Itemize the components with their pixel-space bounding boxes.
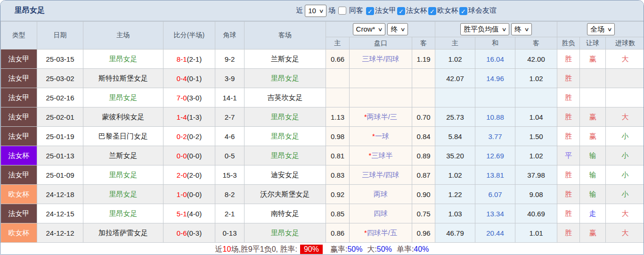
match-history-panel: 里昂女足 近 10 ∨ 场 同客 ✓法女甲✓法女杯✓欧女杯✓球会友谊 类型 日期 [0, 0, 644, 255]
home-team: 里昂女足 [83, 204, 163, 223]
goals-result: 小 [606, 185, 644, 204]
corner-score: 2-1 [215, 204, 245, 223]
avg-home: 25.73 [435, 107, 475, 127]
league-badge: 法女甲 [1, 107, 37, 127]
league-filter-label: 欧女杯 [437, 6, 458, 14]
league-filter-checkbox-3[interactable]: ✓ [459, 7, 467, 15]
table-row: 法女甲25-03-02斯特拉斯堡女足0-4(0-1)3-9里昂女足42.0714… [1, 69, 644, 88]
score: 0-4(0-1) [163, 69, 215, 88]
handicap-result [580, 69, 606, 88]
odds-home [326, 69, 350, 88]
score: 0-0(0-0) [163, 146, 215, 165]
avg-away: 1.04 [515, 107, 557, 127]
avg-draw: 13.34 [475, 204, 515, 223]
league-filter-label: 法女杯 [406, 6, 427, 14]
summary-stat: 大:50% [367, 245, 391, 253]
corner-score: 0-13 [215, 223, 245, 243]
handicap: *四球半/五 [350, 223, 412, 243]
handicap-result: 赢 [580, 107, 606, 127]
summary-count: 10 [223, 245, 231, 254]
result: 胜 [557, 69, 580, 88]
odds-away: 0.89 [412, 146, 435, 165]
match-date: 25-01-09 [37, 165, 83, 185]
home-team: 蒙彼利埃女足 [83, 107, 163, 127]
mean-type-select[interactable]: 胜平负均值 ∨ [460, 23, 509, 35]
league-filter-checkbox-1[interactable]: ✓ [397, 7, 405, 15]
corner-score: 14-1 [215, 88, 245, 107]
odds-away: 0.96 [412, 223, 435, 243]
odds-home: 0.66 [326, 49, 350, 69]
handicap: *一球 [350, 127, 412, 146]
same-opponent-checkbox[interactable] [338, 7, 346, 15]
handicap-result: 输 [580, 185, 606, 204]
result: 胜 [557, 88, 580, 107]
table-row: 法女甲25-02-01蒙彼利埃女足1-4(1-3)2-7里昂女足1.13*两球半… [1, 107, 644, 127]
away-team: 里昂女足 [245, 146, 326, 165]
handicap [350, 69, 412, 88]
away-team: 兰斯女足 [245, 49, 326, 69]
odds-away: 0.70 [412, 107, 435, 127]
match-date: 25-01-13 [37, 146, 83, 165]
chevron-down-icon: ∨ [378, 25, 383, 34]
league-badge: 欧女杯 [1, 223, 37, 243]
corner-score: 3-9 [215, 69, 245, 88]
col-header-handicap: 盘口 [350, 37, 412, 49]
bookmaker-select[interactable]: Crow* ∨ [353, 23, 386, 35]
avg-home: 1.02 [435, 165, 475, 185]
page-title: 里昂女足 [15, 6, 45, 16]
col-header-type: 类型 [1, 22, 37, 49]
col-header-away: 客场 [245, 22, 326, 49]
odds-home: 1.13 [326, 107, 350, 127]
odds-away: 1.19 [412, 49, 435, 69]
win-rate-badge: 90% [300, 245, 323, 254]
odds-section-header: Crow* ∨ 终 ∨ [326, 22, 435, 37]
col-header-avg-away: 客 [515, 37, 557, 49]
avg-draw: 13.81 [475, 165, 515, 185]
match-date: 25-03-15 [37, 49, 83, 69]
col-header-let: 让球 [580, 37, 606, 49]
avg-away: 42.00 [515, 49, 557, 69]
avg-home: 1.02 [435, 49, 475, 69]
corner-score: 15-3 [215, 165, 245, 185]
table-row: 法女甲25-03-15里昂女足8-1(2-1)9-2兰斯女足0.66三球半/四球… [1, 49, 644, 69]
scope-select[interactable]: 全场 ∨ [587, 23, 615, 35]
odds-home: 0.98 [326, 127, 350, 146]
table-row: 法女甲25-01-19巴黎圣日门女足0-2(0-2)4-6里昂女足0.98*一球… [1, 127, 644, 146]
league-filter-checkbox-2[interactable]: ✓ [428, 7, 436, 15]
mean-time-select[interactable]: 终 ∨ [511, 23, 532, 35]
score: 8-1(2-1) [163, 49, 215, 69]
league-badge: 法女杯 [1, 146, 37, 165]
handicap: *三球半 [350, 146, 412, 165]
league-badge: 法女甲 [1, 165, 37, 185]
summary-footer: 近10场,胜9平1负0, 胜率: 90% 赢率:50%大:50%单率:40% [0, 243, 644, 255]
corner-score: 2-7 [215, 107, 245, 127]
chevron-down-icon: ∨ [400, 25, 406, 34]
away-team: 里昂女足 [245, 127, 326, 146]
col-header-home: 主场 [83, 22, 163, 49]
league-filter-checkbox-0[interactable]: ✓ [366, 7, 374, 15]
col-header-avg-draw: 和 [475, 37, 515, 49]
score: 5-1(4-0) [163, 204, 215, 223]
home-team: 加拉塔萨雷女足 [83, 223, 163, 243]
avg-draw: 16.04 [475, 49, 515, 69]
score: 2-0(2-0) [163, 165, 215, 185]
matches-table: 类型 日期 主场 比分(半场) 角球 客场 Crow* ∨ 终 ∨ [0, 21, 644, 243]
avg-draw [475, 88, 515, 107]
odds-away: 0.75 [412, 204, 435, 223]
odds-away: 0.90 [412, 185, 435, 204]
col-header-avg-home: 主 [435, 37, 475, 49]
match-date: 25-03-02 [37, 69, 83, 88]
league-filter-label: 球会友谊 [468, 6, 497, 14]
avg-home: 46.79 [435, 223, 475, 243]
table-row: 法女杯25-01-13兰斯女足0-0(0-0)0-5里昂女足0.81*三球半0.… [1, 146, 644, 165]
result: 胜 [557, 223, 580, 243]
recent-count-select[interactable]: 10 ∨ [305, 5, 326, 17]
table-row: 欧女杯24-12-12加拉塔萨雷女足0-6(0-3)0-13里昂女足0.86*四… [1, 223, 644, 243]
odds-time-select[interactable]: 终 ∨ [387, 23, 408, 35]
avg-draw: 3.77 [475, 127, 515, 146]
chevron-down-icon: ∨ [524, 25, 529, 34]
avg-home: 35.20 [435, 146, 475, 165]
handicap: 四球 [350, 204, 412, 223]
match-date: 25-02-16 [37, 88, 83, 107]
corner-score: 4-6 [215, 127, 245, 146]
